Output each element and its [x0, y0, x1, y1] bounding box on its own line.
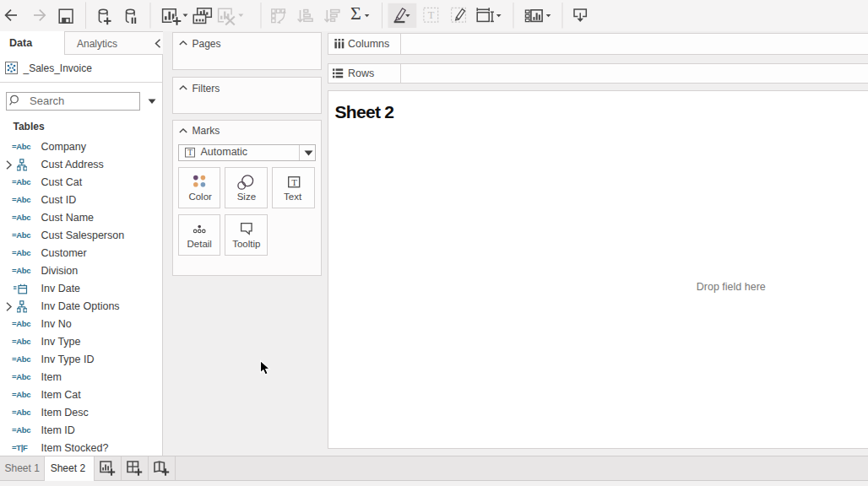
svg-text:T: T — [428, 9, 435, 21]
svg-text:T: T — [187, 148, 193, 157]
svg-text:Σ: Σ — [350, 3, 361, 24]
svg-text:T: T — [291, 176, 297, 186]
